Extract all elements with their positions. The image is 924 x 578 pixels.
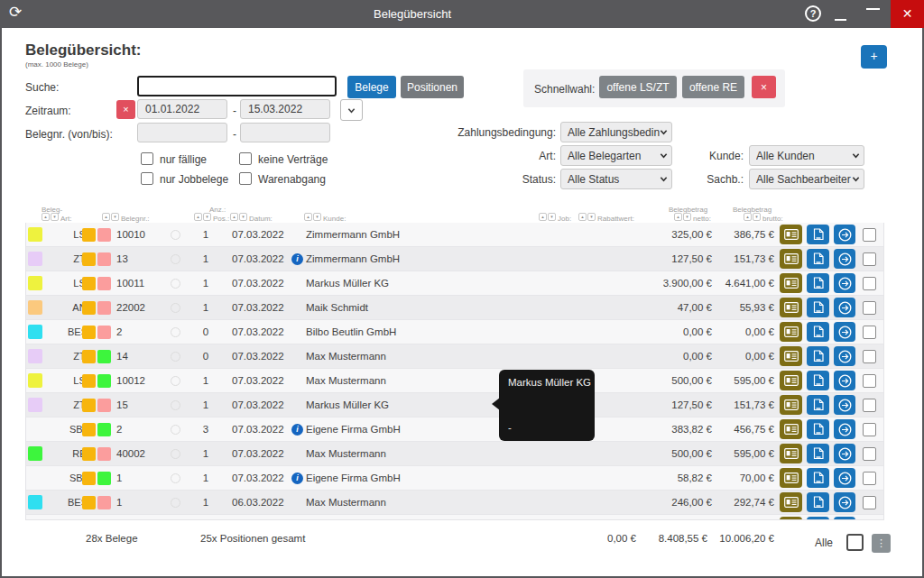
open-beleg-button[interactable] [834,371,855,390]
row-checkbox[interactable] [863,399,876,412]
pdf-button[interactable] [807,492,829,512]
open-beleg-button[interactable] [834,346,855,366]
open-beleg-button[interactable] [834,249,855,269]
nur-jobbelege-checkbox[interactable] [141,172,153,185]
table-row[interactable]: BEST 2 0 07.03.2022 i Bilbo Beutlin GmbH… [26,320,883,344]
open-beleg-button[interactable] [834,322,855,342]
customer-card-button[interactable] [780,371,802,390]
table-row[interactable]: AN 22002 1 07.03.2022 i Maik Schmidt 47,… [26,296,883,320]
open-beleg-button[interactable] [834,419,855,439]
table-row[interactable]: ZT 15 1 07.03.2022 i Markus Müller KG 12… [26,393,883,417]
row-checkbox[interactable] [863,301,876,315]
maximize-icon[interactable] [866,8,880,10]
row-checkbox[interactable] [863,423,876,436]
table-row[interactable]: ZT 13 1 07.03.2022 i Zimmermann GmbH 127… [26,247,883,271]
table-row[interactable]: ZT 14 0 07.03.2022 i Max Mustermann 0,00… [26,344,883,369]
positionen-button[interactable]: Positionen [401,76,464,98]
row-checkbox[interactable] [863,326,876,339]
customer-card-button[interactable] [780,346,802,366]
pdf-button[interactable] [807,468,829,488]
open-beleg-button[interactable] [834,273,855,293]
keine-vertraege-checkbox[interactable] [239,152,252,165]
customer-card-button[interactable] [780,419,802,439]
pdf-button[interactable] [807,225,829,244]
open-beleg-button[interactable] [834,444,855,463]
open-beleg-button[interactable] [834,468,855,488]
pdf-button[interactable] [807,298,829,317]
sort-buttons-datum[interactable]: ▴▾ [230,213,247,221]
open-beleg-button[interactable] [834,517,855,520]
pdf-button[interactable] [807,249,829,269]
customer-card-button[interactable] [780,395,802,415]
row-checkbox[interactable] [863,374,876,388]
table-row[interactable]: SBB 1 1 07.03.2022 i Eigene Firma GmbH 5… [26,466,883,491]
customer-card-button[interactable] [780,273,802,293]
pdf-button[interactable] [807,371,829,390]
more-actions-button[interactable]: ⋮ [872,534,891,553]
sort-buttons-kunde[interactable]: ▴▾ [304,213,321,221]
customer-card-button[interactable] [780,517,802,520]
sort-buttons-pos[interactable]: ▴▾ [194,213,211,221]
table-row[interactable]: LS 10012 1 07.03.2022 i Max Mustermann 5… [26,369,883,393]
open-beleg-button[interactable] [834,395,855,415]
nur-faellige-checkbox[interactable] [141,152,153,165]
row-checkbox[interactable] [863,277,876,290]
customer-card-button[interactable] [780,322,802,342]
sort-buttons-netto[interactable]: ▴▾ [674,213,691,221]
pdf-button[interactable] [807,395,829,415]
customer-card-button[interactable] [780,444,802,463]
row-checkbox[interactable] [863,228,876,242]
minimize-icon[interactable] [835,19,846,21]
pdf-button[interactable] [807,517,829,520]
kunde-select[interactable]: Alle Kunden [749,145,864,166]
row-checkbox[interactable] [863,252,876,266]
warenabgang-checkbox[interactable] [239,172,252,185]
search-input[interactable] [137,76,337,96]
zeitraum-dropdown-button[interactable] [340,99,363,121]
zeitraum-clear-button[interactable]: × [116,100,135,119]
table-row[interactable]: BEST 1 1 06.03.2022 i Max Mustermann 246… [26,491,883,515]
info-icon[interactable]: i [291,253,303,265]
help-icon[interactable]: ? [805,5,821,22]
customer-card-button[interactable] [780,249,802,269]
pdf-button[interactable] [807,346,829,366]
pdf-button[interactable] [807,322,829,342]
close-button[interactable]: ✕ [891,0,924,28]
row-checkbox[interactable] [863,496,876,509]
table-row[interactable]: ZT 11 0 04.03.2022 i Max Mustermann 0,00… [26,515,883,520]
schnellwahl-clear-button[interactable]: × [752,76,776,98]
pdf-button[interactable] [807,444,829,463]
alle-checkbox[interactable] [846,534,864,551]
customer-card-button[interactable] [780,298,802,317]
customer-card-button[interactable] [780,492,802,512]
open-beleg-button[interactable] [834,225,855,244]
zeitraum-bis-field[interactable]: 15.03.2022 [240,99,330,119]
zeitraum-von-field[interactable]: 01.01.2022 [137,99,227,119]
info-icon[interactable]: i [291,472,303,484]
open-beleg-button[interactable] [834,298,855,317]
sort-buttons-art[interactable]: ▴▾ [42,213,59,221]
sort-buttons-belegnr[interactable]: ▴▾ [102,213,119,221]
pdf-button[interactable] [807,273,829,293]
sort-buttons-rabattwert[interactable]: ▴▾ [578,213,596,221]
table-row[interactable]: LS 10010 1 07.03.2022 i Zimmermann GmbH … [26,223,883,247]
row-checkbox[interactable] [863,350,876,363]
add-button[interactable]: + [861,45,887,69]
row-checkbox[interactable] [863,447,876,461]
customer-card-button[interactable] [780,225,802,244]
offene-lszt-button[interactable]: offene LS/ZT [599,76,677,98]
pdf-button[interactable] [807,419,829,439]
customer-card-button[interactable] [780,468,802,488]
sort-buttons-job[interactable]: ▴▾ [539,213,556,221]
info-icon[interactable]: i [291,424,303,436]
row-checkbox[interactable] [863,472,876,485]
belegnr-von-field[interactable] [137,123,227,142]
table-row[interactable]: SBB 2 3 07.03.2022 i Eigene Firma GmbH 3… [26,417,883,442]
offene-re-button[interactable]: offene RE [682,76,744,98]
sachbearbeiter-select[interactable]: Alle Sachbearbeiter [749,169,864,189]
table-row[interactable]: RE 40002 1 07.03.2022 i Max Mustermann 5… [26,442,883,466]
zahlungsbedingung-select[interactable]: Alle Zahlungsbedingur [560,122,672,142]
open-beleg-button[interactable] [834,492,855,512]
belege-button[interactable]: Belege [347,76,396,98]
belegnr-bis-field[interactable] [240,123,330,142]
